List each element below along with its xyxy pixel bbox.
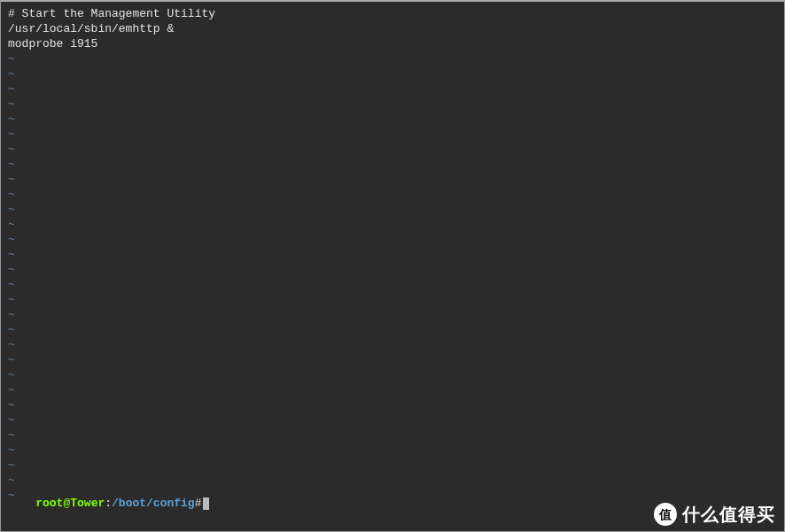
- cursor-icon: [203, 497, 209, 510]
- prompt-suffix: #: [195, 497, 202, 510]
- empty-line-marker: ~: [8, 458, 777, 473]
- shell-prompt[interactable]: root@Tower:/boot/config#: [8, 481, 209, 526]
- watermark-badge-icon: 值: [654, 503, 677, 526]
- empty-line-marker: ~: [8, 277, 777, 292]
- empty-line-marker: ~: [8, 142, 777, 157]
- empty-line-marker: ~: [8, 66, 777, 81]
- watermark-text: 什么值得买: [682, 507, 775, 522]
- empty-line-marker: ~: [8, 428, 777, 443]
- prompt-separator: :: [105, 497, 112, 510]
- empty-line-marker: ~: [8, 367, 777, 382]
- terminal-view[interactable]: # Start the Management Utility /usr/loca…: [1, 2, 784, 531]
- empty-line-marker: ~: [8, 352, 777, 367]
- file-line: /usr/local/sbin/emhttp &: [8, 21, 777, 36]
- empty-line-marker: ~: [8, 202, 777, 217]
- file-line: modprobe i915: [8, 36, 777, 51]
- empty-line-marker: ~: [8, 247, 777, 262]
- empty-line-marker: ~: [8, 51, 777, 66]
- empty-line-marker: ~: [8, 443, 777, 458]
- empty-line-marker: ~: [8, 217, 777, 232]
- empty-line-marker: ~: [8, 382, 777, 397]
- empty-line-marker: ~: [8, 81, 777, 96]
- empty-line-marker: ~: [8, 397, 777, 412]
- empty-line-marker: ~: [8, 322, 777, 337]
- empty-line-marker: ~: [8, 412, 777, 428]
- empty-line-marker: ~: [8, 262, 777, 277]
- watermark: 值 什么值得买: [654, 503, 775, 526]
- file-content: # Start the Management Utility /usr/loca…: [8, 6, 777, 51]
- empty-line-marker: ~: [8, 157, 777, 172]
- empty-lines: ~~~~~~~~~~~~~~~~~~~~~~~~~~~~~~: [8, 51, 777, 503]
- empty-line-marker: ~: [8, 292, 777, 307]
- empty-line-marker: ~: [8, 96, 777, 112]
- empty-line-marker: ~: [8, 127, 777, 142]
- prompt-user-host: root@Tower: [35, 497, 105, 510]
- empty-line-marker: ~: [8, 232, 777, 247]
- empty-line-marker: ~: [8, 307, 777, 322]
- empty-line-marker: ~: [8, 187, 777, 202]
- empty-line-marker: ~: [8, 337, 777, 352]
- prompt-path: /boot/config: [112, 497, 195, 510]
- empty-line-marker: ~: [8, 112, 777, 127]
- file-line: # Start the Management Utility: [8, 6, 777, 21]
- empty-line-marker: ~: [8, 172, 777, 187]
